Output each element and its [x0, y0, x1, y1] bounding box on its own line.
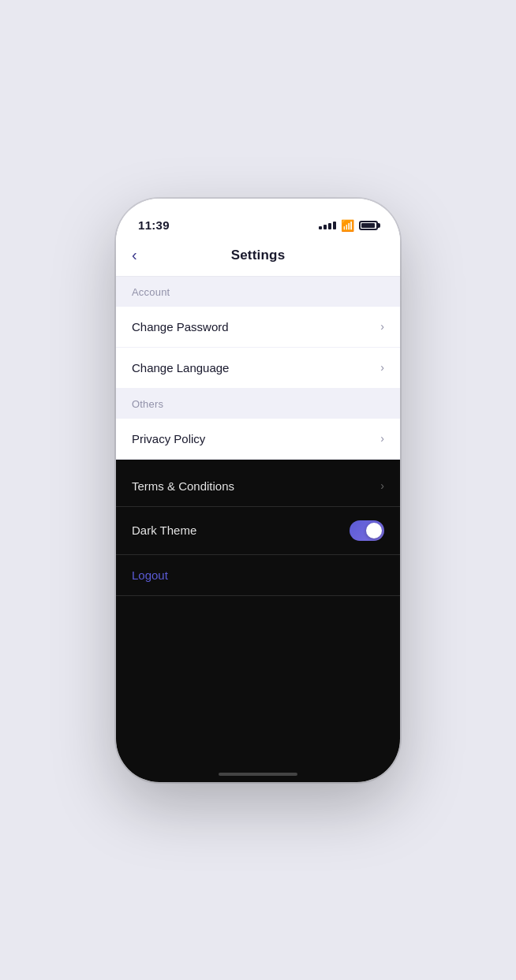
screen: ‹ Settings Account Change Password › Cha… [116, 238, 400, 782]
chevron-right-icon: › [380, 320, 384, 333]
change-language-item[interactable]: Change Language › [116, 348, 400, 389]
dark-section: Terms & Conditions › Dark Theme Logout [116, 466, 400, 782]
battery-icon [359, 221, 378, 230]
chevron-right-icon: › [380, 479, 384, 492]
change-password-label: Change Password [132, 320, 229, 333]
change-password-item[interactable]: Change Password › [116, 307, 400, 348]
dark-theme-item[interactable]: Dark Theme [116, 507, 400, 555]
light-section: ‹ Settings Account Change Password › Cha… [116, 238, 400, 419]
chevron-right-icon: › [380, 361, 384, 374]
status-bar: 11:39 📶 [116, 199, 400, 238]
terms-conditions-label: Terms & Conditions [132, 479, 234, 493]
wifi-icon: 📶 [341, 219, 354, 232]
page-title: Settings [231, 248, 286, 263]
terms-conditions-item[interactable]: Terms & Conditions › [116, 466, 400, 507]
logout-item[interactable]: Logout [116, 555, 400, 596]
toggle-knob [366, 523, 382, 538]
phone-frame: 11:39 📶 ‹ Settings [116, 199, 400, 782]
chevron-right-icon: › [380, 432, 384, 445]
home-indicator [219, 773, 297, 776]
account-section-header: Account [116, 277, 400, 307]
change-language-label: Change Language [132, 361, 229, 374]
transition-area: Privacy Policy › [116, 419, 400, 466]
dark-content: Terms & Conditions › Dark Theme Logout [116, 466, 400, 596]
status-time: 11:39 [138, 218, 170, 232]
privacy-policy-label: Privacy Policy [132, 432, 205, 445]
back-button[interactable]: ‹ [132, 246, 137, 264]
dark-theme-label: Dark Theme [132, 524, 196, 537]
others-section-header: Others [116, 389, 400, 419]
dark-theme-toggle[interactable] [350, 520, 384, 541]
others-section-label: Others [132, 398, 163, 410]
account-section-label: Account [132, 286, 170, 298]
privacy-policy-item[interactable]: Privacy Policy › [116, 419, 400, 460]
signal-icon [319, 222, 336, 229]
status-icons: 📶 [319, 219, 378, 232]
logout-label: Logout [132, 568, 168, 582]
nav-header: ‹ Settings [116, 238, 400, 277]
